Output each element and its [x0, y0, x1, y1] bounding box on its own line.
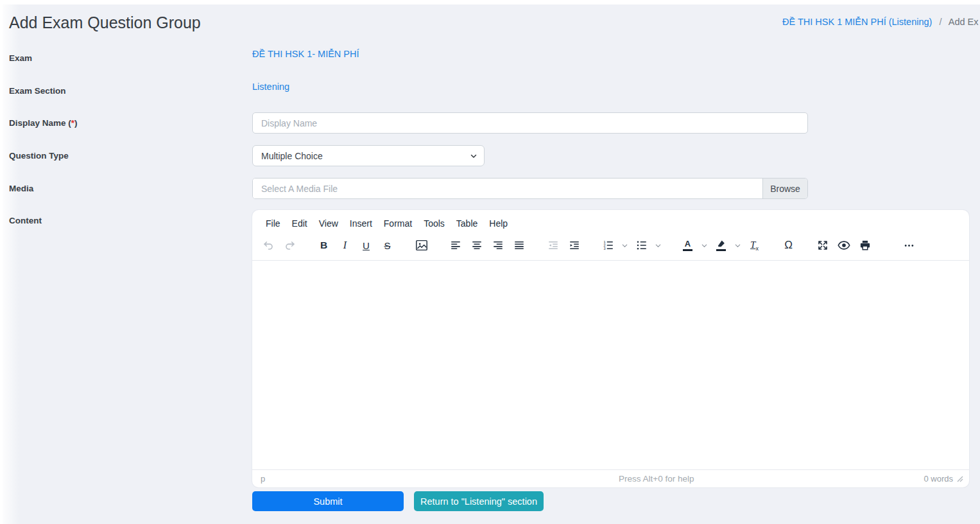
clear-formatting-icon[interactable]: Tx — [744, 236, 765, 254]
display-name-label: Display Name (*) — [9, 118, 78, 128]
breadcrumb-link-exam-section[interactable]: ĐỀ THI HSK 1 MIỄN PHÍ (Listening) — [782, 17, 932, 27]
menu-file[interactable]: File — [260, 216, 286, 231]
bold-icon[interactable]: B — [313, 236, 334, 254]
display-name-input[interactable] — [252, 112, 808, 134]
menu-edit[interactable]: Edit — [286, 216, 313, 231]
question-type-select[interactable]: Multiple Choice — [252, 145, 485, 166]
exam-link[interactable]: ĐỀ THI HSK 1- MIỄN PHÍ — [252, 49, 359, 59]
strikethrough-icon[interactable]: S — [377, 236, 398, 254]
browse-button[interactable]: Browse — [762, 179, 807, 198]
question-type-label: Question Type — [9, 151, 69, 161]
editor-toolbar: B I U S — [252, 232, 969, 260]
preview-icon[interactable] — [833, 236, 854, 254]
outdent-icon[interactable] — [542, 236, 563, 254]
underline-icon[interactable]: U — [356, 236, 377, 254]
page-card: Add Exam Question Group ĐỀ THI HSK 1 MIỄ… — [3, 4, 980, 524]
resize-handle-icon[interactable] — [957, 476, 963, 482]
svg-text:3: 3 — [603, 247, 605, 250]
rich-text-editor: File Edit View Insert Format Tools Table… — [252, 210, 969, 487]
menu-view[interactable]: View — [313, 216, 344, 231]
highlight-color-icon[interactable] — [710, 236, 732, 254]
menu-help[interactable]: Help — [483, 216, 513, 231]
chevron-down-icon[interactable] — [732, 236, 744, 254]
editor-content-area[interactable] — [252, 260, 969, 470]
chevron-down-icon[interactable] — [698, 236, 710, 254]
indent-icon[interactable] — [563, 236, 585, 254]
media-file-group: Browse — [252, 178, 808, 199]
align-center-icon[interactable] — [466, 236, 487, 254]
menu-format[interactable]: Format — [378, 216, 418, 231]
menu-tools[interactable]: Tools — [418, 216, 451, 231]
special-character-icon[interactable]: Ω — [778, 236, 799, 254]
page-title: Add Exam Question Group — [9, 13, 201, 32]
chevron-down-icon[interactable] — [652, 236, 664, 254]
insert-image-icon[interactable] — [411, 236, 432, 254]
align-right-icon[interactable] — [487, 236, 508, 254]
exam-section-label: Exam Section — [9, 86, 66, 96]
exam-section-link[interactable]: Listening — [252, 82, 289, 92]
breadcrumb-current: Add Ex — [949, 17, 979, 27]
media-file-input[interactable] — [253, 179, 762, 198]
breadcrumb-separator: / — [939, 17, 941, 27]
media-label: Media — [9, 184, 33, 193]
fullscreen-icon[interactable] — [812, 236, 833, 254]
more-icon[interactable] — [898, 236, 920, 254]
italic-icon[interactable]: I — [334, 236, 356, 254]
return-to-section-button[interactable]: Return to "Listening" section — [414, 491, 544, 511]
element-path[interactable]: p — [261, 474, 389, 484]
exam-label: Exam — [9, 53, 32, 63]
question-type-select-wrap: Multiple Choice — [252, 145, 485, 166]
text-color-icon[interactable]: A — [677, 236, 698, 254]
help-text: Press Alt+0 for help — [389, 474, 924, 484]
numbered-list-icon[interactable]: 123 — [597, 236, 619, 254]
word-count: 0 words — [924, 474, 953, 484]
print-icon[interactable] — [854, 236, 875, 254]
menu-table[interactable]: Table — [451, 216, 483, 231]
breadcrumb: ĐỀ THI HSK 1 MIỄN PHÍ (Listening) / Add … — [782, 17, 978, 27]
submit-button[interactable]: Submit — [252, 491, 404, 511]
chevron-down-icon[interactable] — [619, 236, 631, 254]
align-left-icon[interactable] — [445, 236, 466, 254]
redo-icon[interactable] — [279, 236, 300, 254]
bullet-list-icon[interactable] — [631, 236, 652, 254]
menu-insert[interactable]: Insert — [344, 216, 378, 231]
undo-icon[interactable] — [258, 236, 279, 254]
editor-menubar: File Edit View Insert Format Tools Table… — [252, 210, 969, 232]
content-label: Content — [9, 216, 42, 225]
editor-statusbar: p Press Alt+0 for help 0 words — [252, 470, 969, 487]
align-justify-icon[interactable] — [508, 236, 529, 254]
